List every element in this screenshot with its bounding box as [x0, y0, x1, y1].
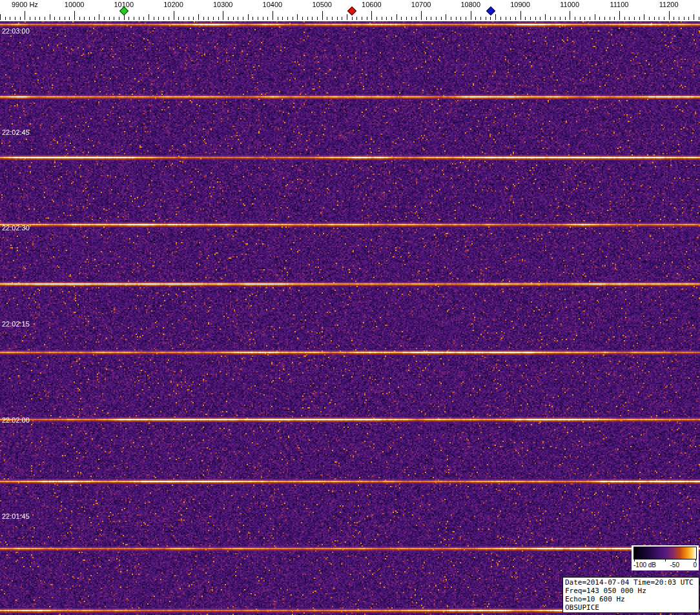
- freq-tick-label: 10400: [263, 1, 283, 8]
- freq-tick-label: 11000: [560, 1, 579, 8]
- observation-info-box: Date=2014-07-04 Time=20:03 UTC Freq=143 …: [562, 577, 699, 613]
- colormap-gradient-bar: [633, 547, 697, 560]
- freq-tick-label: 10900: [510, 1, 530, 8]
- time-tick-label: 22:03:00: [2, 27, 30, 35]
- legend-min-label: -100 dB: [633, 561, 656, 569]
- legend-mid-label: -50: [670, 561, 679, 569]
- freq-tick-label: 10300: [213, 1, 233, 8]
- frequency-ruler: 9900 Hz100001010010200103001040010500106…: [0, 0, 700, 21]
- spectrogram-app: 9900 Hz100001010010200103001040010500106…: [0, 0, 700, 615]
- intensity-legend: -100 dB -50 0: [632, 545, 699, 570]
- waterfall-spectrogram: [0, 21, 700, 615]
- freq-tick-label: 10800: [461, 1, 481, 8]
- legend-labels: -100 dB -50 0: [633, 561, 697, 569]
- legend-max-label: 0: [693, 561, 697, 569]
- freq-tick-label: 10700: [411, 1, 431, 8]
- freq-tick-label: 10500: [312, 1, 332, 8]
- freq-tick-label: 9900 Hz: [12, 1, 38, 8]
- freq-tick-label: 10200: [163, 1, 183, 8]
- info-echo-frequency: Echo=10 600 Hz: [565, 595, 697, 603]
- time-tick-label: 22:02:00: [2, 416, 30, 424]
- time-tick-label: 22:02:30: [2, 224, 30, 232]
- freq-tick-label: 11100: [610, 1, 629, 8]
- freq-tick-label: 10000: [65, 1, 85, 8]
- time-tick-label: 22:02:45: [2, 128, 30, 136]
- legend-ticks: [633, 560, 697, 561]
- info-observatory: OBSUPICE: [565, 603, 697, 612]
- time-tick-label: 22:02:15: [2, 320, 30, 328]
- freq-tick-label: 10600: [362, 1, 382, 8]
- info-frequency: Freq=143 050 000 Hz: [565, 587, 697, 595]
- freq-tick-label: 11200: [659, 1, 679, 8]
- info-date-time: Date=2014-07-04 Time=20:03 UTC: [565, 578, 697, 587]
- time-tick-label: 22:01:45: [2, 512, 30, 520]
